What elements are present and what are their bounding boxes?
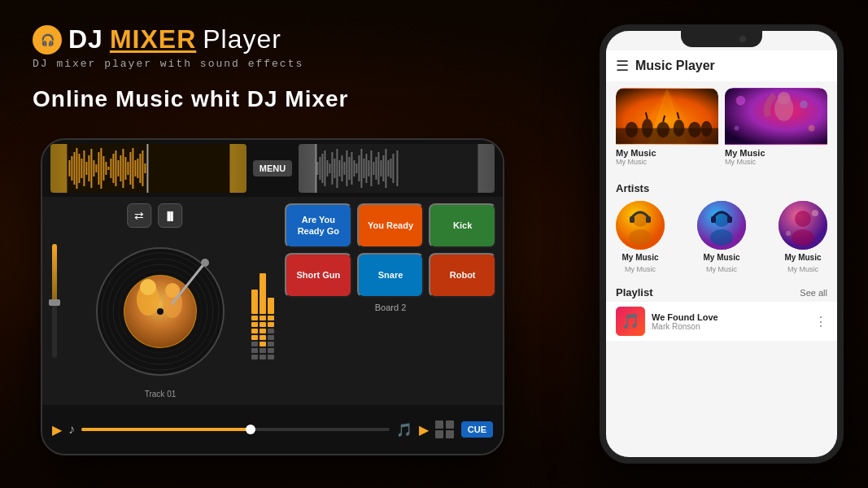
svg-rect-5	[68, 160, 70, 176]
svg-rect-43	[327, 160, 329, 176]
pad-short-gun[interactable]: Short Gun	[285, 253, 352, 298]
music-player-header: ☰ Music Player	[606, 50, 837, 81]
sync-button[interactable]: ⇄	[127, 203, 151, 228]
svg-rect-20	[105, 162, 107, 175]
svg-rect-112	[646, 216, 651, 223]
svg-rect-19	[103, 156, 104, 181]
svg-text:🎵: 🎵	[622, 312, 640, 330]
svg-rect-34	[139, 154, 141, 183]
svg-rect-8	[76, 148, 77, 189]
volume-fill	[52, 244, 57, 301]
eq-seg	[260, 342, 266, 346]
eq-col-2	[260, 273, 266, 359]
svg-rect-9	[78, 154, 80, 183]
phone-notch	[681, 31, 762, 47]
eq-seg	[260, 329, 266, 333]
card-1-info: My Music My Music	[616, 145, 718, 169]
svg-rect-72	[316, 144, 317, 193]
seek-bar[interactable]	[81, 428, 390, 431]
artist-1-svg	[616, 201, 665, 250]
eq-seg	[268, 342, 274, 346]
my-music-card-2[interactable]: My Music My Music	[725, 88, 827, 169]
eq-bars	[251, 229, 274, 359]
svg-rect-53	[351, 152, 353, 185]
svg-rect-65	[381, 160, 382, 176]
eq-seg	[268, 316, 274, 320]
logo-mixer-text: MIXER	[110, 24, 196, 54]
turntable-container	[95, 246, 225, 380]
music-icon-btn[interactable]: 🎵	[396, 422, 412, 438]
waveform-right	[299, 144, 495, 193]
next-button[interactable]: ▶	[419, 422, 429, 438]
playlist-item-info-1: We Found Love Mark Ronson	[652, 312, 808, 331]
svg-rect-70	[393, 154, 395, 183]
svg-rect-46	[334, 159, 336, 178]
artist-3-svg	[779, 201, 827, 250]
card-1-sub: My Music	[616, 158, 718, 166]
svg-point-95	[674, 120, 685, 137]
svg-rect-67	[386, 149, 387, 188]
waveform-left	[50, 144, 246, 193]
svg-point-115	[710, 229, 733, 246]
eq-seg	[260, 335, 266, 340]
eq-seg	[251, 290, 258, 314]
svg-rect-54	[354, 160, 355, 176]
svg-rect-18	[100, 148, 102, 189]
seek-thumb	[246, 425, 255, 434]
artist-2[interactable]: My Music My Music	[697, 201, 746, 273]
playlist-thumb-svg: 🎵	[616, 307, 645, 336]
left-section: 🎧 DJ MIXER Player DJ mixer player with s…	[0, 0, 545, 488]
svg-rect-48	[339, 160, 341, 176]
svg-point-102	[736, 96, 746, 106]
pad-you-ready[interactable]: You Ready	[357, 203, 425, 248]
svg-point-92	[626, 122, 639, 137]
seek-fill	[81, 428, 251, 431]
pad-snare[interactable]: Snare	[357, 253, 425, 298]
see-all-button[interactable]: See all	[800, 288, 827, 298]
svg-rect-69	[390, 159, 392, 178]
svg-rect-17	[98, 152, 99, 185]
svg-point-86	[201, 259, 209, 267]
playlist-item-1[interactable]: 🎵 We Found Love Mark Ronson ⋮	[606, 302, 837, 341]
svg-point-120	[792, 229, 814, 246]
svg-rect-56	[359, 155, 360, 181]
svg-rect-41	[322, 154, 324, 183]
pad-kick[interactable]: Kick	[429, 203, 496, 248]
eq-seg	[260, 348, 266, 353]
my-music-section: My Music My Music	[606, 81, 837, 182]
svg-rect-57	[361, 149, 363, 188]
artist-3-img	[779, 201, 827, 250]
menu-icon[interactable]: ☰	[616, 57, 629, 75]
svg-rect-22	[110, 159, 111, 178]
artist-1[interactable]: My Music My Music	[616, 201, 665, 273]
pad-robot[interactable]: Robot	[429, 253, 496, 298]
svg-point-94	[656, 122, 670, 137]
artists-title: Artists	[616, 182, 827, 194]
pad-grid: Are YouReady Go You Ready Kick Short Gun…	[285, 203, 496, 298]
svg-rect-10	[81, 159, 82, 178]
svg-point-110	[629, 229, 652, 246]
my-music-card-1[interactable]: My Music My Music	[616, 88, 718, 169]
svg-rect-47	[337, 149, 338, 188]
grid-cell	[435, 420, 443, 429]
svg-rect-28	[124, 157, 126, 180]
artist-3[interactable]: My Music My Music	[779, 201, 827, 273]
svg-rect-52	[349, 157, 351, 180]
playlist-thumb-1: 🎵	[616, 307, 645, 336]
playlist-more-button[interactable]: ⋮	[814, 314, 827, 329]
playlist-button[interactable]: ♪	[68, 422, 75, 437]
bottom-controls: ▶ ♪ 🎵 ▶ CUE	[42, 405, 503, 454]
svg-rect-63	[376, 157, 377, 180]
eq-button[interactable]: ▐▌	[158, 203, 182, 228]
volume-slider[interactable]	[52, 244, 57, 358]
play-button[interactable]: ▶	[52, 422, 62, 438]
svg-rect-117	[727, 216, 732, 223]
turntable-svg	[95, 246, 225, 377]
cue-button[interactable]: CUE	[461, 421, 493, 438]
svg-rect-42	[325, 150, 326, 186]
grid-cell	[446, 420, 454, 429]
svg-rect-12	[85, 162, 87, 175]
left-deck: ⇄ ▐▌	[42, 197, 278, 405]
pad-are-you-ready-go[interactable]: Are YouReady Go	[285, 203, 352, 248]
menu-button[interactable]: MENU	[253, 160, 292, 176]
